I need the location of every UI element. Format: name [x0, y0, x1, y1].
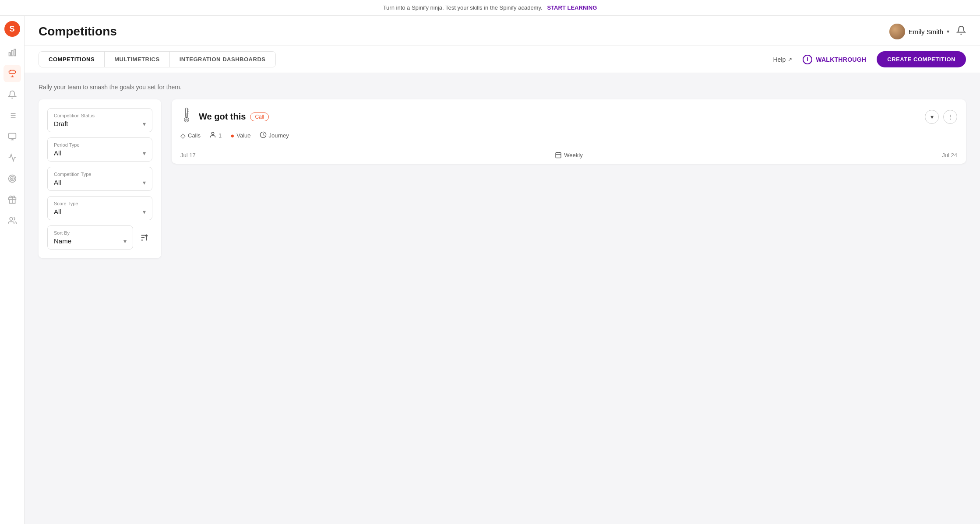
tab-multimetrics[interactable]: MULTIMETRICS — [105, 52, 170, 67]
sort-by-filter[interactable]: Sort By Name ▾ — [47, 225, 133, 250]
sidebar-item-competitions[interactable] — [4, 65, 21, 82]
competition-list: We got this Call ▾ ⋮ ◇ Calls — [172, 99, 966, 164]
external-link-icon: ↗ — [788, 56, 792, 63]
svg-point-13 — [10, 176, 14, 181]
meta-journey-label: Journey — [269, 132, 289, 139]
tagline: Rally your team to smash the goals you s… — [39, 84, 966, 91]
main-content: Rally your team to smash the goals you s… — [25, 73, 980, 524]
svg-point-25 — [185, 119, 188, 121]
meta-calls: ◇ Calls — [180, 132, 201, 140]
competition-status-filter[interactable]: Competition Status Draft ▾ — [47, 108, 152, 132]
date-period: Weekly — [555, 151, 582, 158]
svg-rect-2 — [14, 49, 15, 56]
svg-rect-9 — [8, 134, 16, 139]
svg-rect-0 — [9, 53, 10, 56]
sidebar-item-analytics[interactable] — [4, 44, 21, 61]
card-dates: Jul 17 Weekly Jul 24 — [172, 146, 966, 164]
sort-direction-button[interactable] — [137, 230, 152, 246]
period-type-filter[interactable]: Period Type All ▾ — [47, 137, 152, 162]
sidebar-item-users[interactable] — [4, 212, 21, 229]
period-type-chevron-icon: ▾ — [143, 150, 146, 157]
score-type-chevron-icon: ▾ — [143, 208, 146, 215]
create-competition-button[interactable]: CREATE COMPETITION — [877, 51, 966, 67]
top-banner: Turn into a Spinify ninja. Test your ski… — [0, 0, 980, 16]
banner-text: Turn into a Spinify ninja. Test your ski… — [383, 4, 543, 11]
card-title-area: We got this Call — [199, 112, 919, 122]
meta-calls-label: Calls — [188, 132, 201, 139]
sidebar-item-screens[interactable] — [4, 128, 21, 145]
date-start: Jul 17 — [180, 152, 196, 158]
filter-panel: Competition Status Draft ▾ Period Type A… — [39, 99, 161, 258]
competition-card: We got this Call ▾ ⋮ ◇ Calls — [172, 99, 966, 164]
svg-rect-1 — [11, 50, 13, 56]
sidebar-logo[interactable]: S — [4, 21, 20, 37]
sidebar-item-announcements[interactable] — [4, 86, 21, 103]
meta-value-label: Value — [236, 132, 250, 139]
svg-point-29 — [212, 132, 214, 134]
score-type-filter[interactable]: Score Type All ▾ — [47, 196, 152, 220]
user-menu[interactable]: Emily Smith ▾ — [889, 24, 949, 39]
thermometer-icon — [180, 107, 193, 126]
sidebar-item-targets[interactable] — [4, 170, 21, 187]
score-type-label: Score Type — [54, 201, 146, 206]
competition-title: We got this — [199, 112, 246, 122]
tab-integration-dashboards[interactable]: INTEGRATION DASHBOARDS — [170, 52, 275, 67]
sub-header: COMPETITIONS MULTIMETRICS INTEGRATION DA… — [25, 46, 980, 73]
sidebar-item-reports[interactable] — [4, 149, 21, 166]
competition-status-label: Competition Status — [54, 113, 146, 118]
calls-icon: ◇ — [180, 132, 186, 140]
meta-participants: 1 — [209, 131, 222, 140]
card-meta: ◇ Calls 1 — [172, 131, 966, 146]
svg-rect-31 — [556, 153, 561, 158]
walkthrough-button[interactable]: i WALKTHROUGH — [803, 55, 866, 64]
competition-type-chevron-icon: ▾ — [143, 179, 146, 186]
notification-bell-icon[interactable] — [956, 25, 966, 38]
sort-row: Sort By Name ▾ — [47, 225, 152, 250]
date-end: Jul 24 — [942, 152, 957, 158]
sort-by-chevron-icon: ▾ — [123, 238, 127, 245]
competition-type-label: Competition Type — [54, 172, 146, 177]
competition-status-chevron-icon: ▾ — [143, 120, 146, 127]
svg-point-12 — [8, 175, 16, 183]
sort-by-value: Name — [54, 237, 71, 245]
sidebar: S — [0, 16, 25, 524]
svg-point-17 — [10, 218, 13, 221]
expand-button[interactable]: ▾ — [925, 110, 939, 124]
card-actions: ▾ ⋮ — [925, 110, 957, 124]
period-type-value: All — [54, 149, 61, 157]
help-label: Help — [773, 56, 786, 63]
value-dot-icon: ● — [230, 132, 234, 139]
competition-type-value: All — [54, 179, 61, 186]
journey-icon — [260, 131, 267, 140]
user-name: Emily Smith — [909, 28, 943, 35]
user-chevron-icon: ▾ — [947, 28, 949, 35]
svg-point-14 — [11, 178, 13, 179]
page-title: Competitions — [39, 25, 117, 39]
period-type-label: Period Type — [54, 142, 146, 148]
meta-journey: Journey — [260, 131, 289, 140]
meta-value: ● Value — [230, 132, 250, 139]
sidebar-item-rewards[interactable] — [4, 191, 21, 208]
walkthrough-info-icon: i — [803, 55, 812, 64]
sort-by-label: Sort By — [54, 230, 127, 236]
competition-type-filter[interactable]: Competition Type All ▾ — [47, 167, 152, 191]
page-header: Competitions Emily Smith ▾ — [25, 16, 980, 46]
help-link[interactable]: Help ↗ — [773, 56, 792, 63]
tab-competitions[interactable]: COMPETITIONS — [39, 52, 105, 67]
start-learning-link[interactable]: START LEARNING — [547, 4, 597, 11]
sidebar-item-feeds[interactable] — [4, 107, 21, 124]
avatar — [889, 24, 905, 39]
tabs-container: COMPETITIONS MULTIMETRICS INTEGRATION DA… — [39, 51, 276, 67]
competition-status-value: Draft — [54, 120, 68, 127]
participants-icon — [209, 131, 216, 140]
competition-badge: Call — [250, 113, 269, 121]
more-options-button[interactable]: ⋮ — [943, 110, 957, 124]
score-type-value: All — [54, 208, 61, 215]
meta-count: 1 — [219, 132, 222, 139]
period-label: Weekly — [564, 152, 582, 158]
